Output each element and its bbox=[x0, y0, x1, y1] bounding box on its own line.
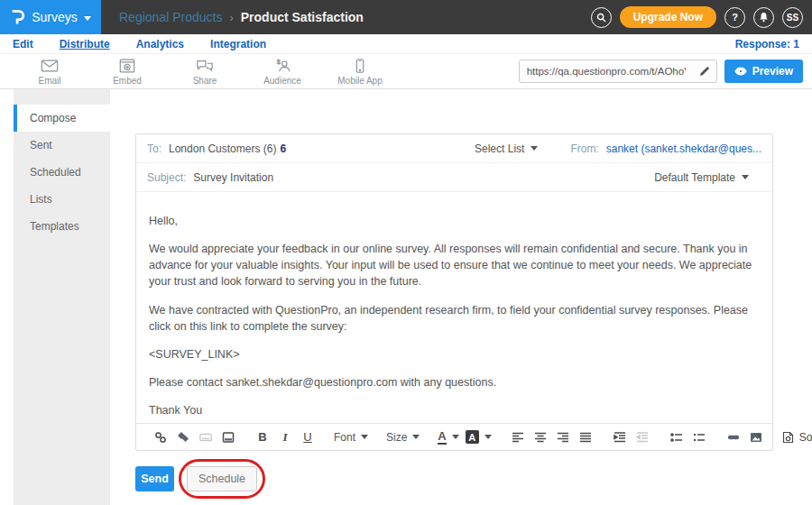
link-icon[interactable] bbox=[725, 427, 742, 447]
compose-panel: To: London Customers (6) 6 Select List F… bbox=[135, 133, 773, 451]
embed-icon bbox=[118, 58, 136, 74]
survey-url-input[interactable] bbox=[520, 66, 693, 77]
distribute-sidebar: Compose Sent Scheduled Lists Templates bbox=[14, 89, 110, 505]
upgrade-now-button[interactable]: Upgrade Now bbox=[620, 6, 716, 28]
channel-label: Mobile App bbox=[337, 76, 382, 86]
tab-analytics[interactable]: Analytics bbox=[136, 38, 184, 50]
text-color-label: A bbox=[438, 430, 446, 445]
numbered-list-icon[interactable] bbox=[691, 427, 707, 447]
search-icon bbox=[596, 13, 606, 23]
to-value[interactable]: London Customers (6) bbox=[169, 142, 276, 155]
survey-tabs: Edit Distribute Analytics Integration Re… bbox=[0, 34, 812, 54]
help-button[interactable]: ? bbox=[724, 7, 745, 28]
chevron-down-icon bbox=[484, 435, 492, 439]
avatar[interactable]: SS bbox=[782, 7, 803, 28]
indent-icon[interactable] bbox=[612, 427, 628, 447]
to-row: To: London Customers (6) 6 Select List F… bbox=[136, 134, 772, 163]
surveys-product-menu[interactable]: Surveys bbox=[0, 0, 101, 34]
topbar-actions: Upgrade Now ? SS bbox=[591, 6, 812, 28]
text-color-button[interactable]: A bbox=[438, 430, 458, 445]
underline-button[interactable]: U bbox=[300, 427, 316, 447]
svg-text:$: $ bbox=[277, 58, 281, 66]
sidebar-item-templates[interactable]: Templates bbox=[14, 213, 110, 240]
survey-url-box bbox=[519, 60, 717, 83]
channel-share[interactable]: Share bbox=[177, 58, 233, 86]
search-button[interactable] bbox=[591, 7, 612, 28]
source-button[interactable]: Source bbox=[782, 431, 812, 444]
to-label: To: bbox=[147, 142, 161, 155]
body-paragraph: Hello, bbox=[149, 213, 760, 229]
breadcrumb-parent[interactable]: Regional Products bbox=[119, 10, 222, 24]
font-dropdown[interactable]: Font bbox=[334, 431, 368, 444]
sidebar-item-compose[interactable]: Compose bbox=[14, 105, 110, 132]
chevron-down-icon bbox=[452, 435, 459, 439]
channel-label: Email bbox=[38, 76, 60, 86]
font-label: Font bbox=[334, 431, 355, 444]
questionpro-logo-icon bbox=[10, 8, 25, 26]
tab-edit[interactable]: Edit bbox=[13, 38, 33, 50]
sidebar-item-sent[interactable]: Sent bbox=[14, 132, 110, 159]
body-paragraph: Please contact sanket.shekdar@questionpr… bbox=[149, 374, 760, 390]
sidebar-item-scheduled[interactable]: Scheduled bbox=[14, 159, 110, 186]
eye-icon bbox=[734, 67, 747, 76]
tab-distribute[interactable]: Distribute bbox=[60, 38, 110, 50]
pencil-icon bbox=[699, 66, 710, 77]
channel-label: Audience bbox=[263, 76, 301, 86]
body-paragraph: We have contracted with QuestionPro, an … bbox=[149, 302, 760, 335]
tags-icon[interactable] bbox=[175, 427, 191, 447]
body-paragraph: We would appreciate your feedback in our… bbox=[149, 241, 760, 289]
align-right-icon[interactable] bbox=[555, 427, 571, 447]
size-dropdown[interactable]: Size bbox=[386, 431, 420, 444]
mobile-app-icon bbox=[351, 58, 369, 74]
recipient-count: 6 bbox=[280, 142, 286, 155]
template-dropdown[interactable]: Default Template bbox=[654, 171, 749, 184]
template-block-icon[interactable] bbox=[220, 427, 236, 447]
channel-list: Email Embed Share $ Audience Mobile App bbox=[22, 58, 388, 86]
italic-button[interactable]: I bbox=[277, 427, 293, 447]
align-center-icon[interactable] bbox=[532, 427, 549, 447]
audience-icon: $ bbox=[273, 58, 291, 74]
channel-embed[interactable]: Embed bbox=[99, 58, 155, 86]
from-value[interactable]: sanket (sanket.shekdar@ques... bbox=[606, 142, 761, 155]
subject-row: Subject: Survey Invitation Default Templ… bbox=[136, 163, 772, 192]
notifications-button[interactable] bbox=[753, 7, 774, 28]
share-icon bbox=[196, 58, 214, 74]
align-left-icon[interactable] bbox=[510, 427, 526, 447]
subject-value[interactable]: Survey Invitation bbox=[193, 171, 273, 184]
bold-button[interactable]: B bbox=[254, 427, 271, 447]
bell-icon bbox=[759, 12, 769, 23]
channel-mobile-app[interactable]: Mobile App bbox=[332, 58, 388, 86]
email-icon bbox=[41, 58, 59, 74]
breadcrumb: Regional Products › Product Satisfaction bbox=[119, 10, 364, 24]
email-body-editor[interactable]: Hello, We would appreciate your feedback… bbox=[136, 192, 772, 423]
tab-integration[interactable]: Integration bbox=[210, 38, 266, 50]
source-label: Source bbox=[799, 431, 812, 444]
justify-icon[interactable] bbox=[577, 427, 594, 447]
bulleted-list-icon[interactable] bbox=[669, 427, 685, 447]
image-icon[interactable] bbox=[748, 427, 764, 447]
breadcrumb-separator-icon: › bbox=[229, 11, 233, 24]
background-color-button[interactable]: A bbox=[466, 430, 492, 444]
keyboard-icon bbox=[198, 427, 214, 447]
response-count[interactable]: Response: 1 bbox=[735, 38, 799, 50]
questionpro-distribute-page: Surveys Regional Products › Product Sati… bbox=[0, 0, 812, 505]
preview-button[interactable]: Preview bbox=[724, 60, 803, 83]
channel-audience[interactable]: $ Audience bbox=[254, 58, 310, 86]
sidebar-item-lists[interactable]: Lists bbox=[14, 186, 110, 213]
body-paragraph: Thank You bbox=[149, 402, 760, 418]
template-label: Default Template bbox=[654, 171, 735, 184]
bg-color-label: A bbox=[466, 430, 479, 444]
unlink-icon[interactable] bbox=[152, 427, 169, 447]
preview-label: Preview bbox=[752, 65, 793, 78]
chevron-down-icon bbox=[742, 175, 749, 179]
send-button[interactable]: Send bbox=[135, 466, 174, 491]
select-list-dropdown[interactable]: Select List bbox=[475, 142, 538, 155]
schedule-button[interactable]: Schedule bbox=[187, 466, 257, 491]
channel-label: Share bbox=[193, 76, 217, 86]
from-label: From: bbox=[570, 142, 598, 155]
channel-email[interactable]: Email bbox=[22, 58, 78, 86]
distribute-toolbar: Email Embed Share $ Audience Mobile App bbox=[0, 54, 812, 89]
chevron-down-icon bbox=[84, 16, 91, 21]
subject-label: Subject: bbox=[147, 171, 186, 184]
edit-url-button[interactable] bbox=[693, 60, 716, 83]
